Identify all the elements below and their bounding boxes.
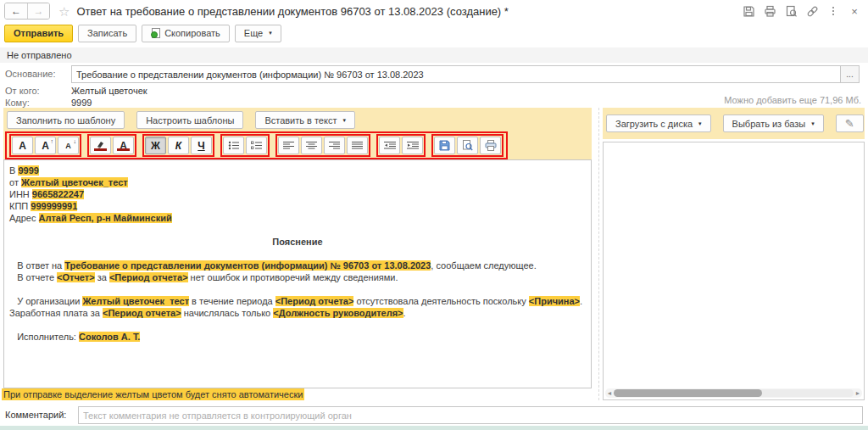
basis-label: Основание: [5,69,55,79]
highlighted-text: Желтый цветочек_тест [21,177,128,187]
copy-button[interactable]: Скопировать [142,25,230,42]
plain-text: . [403,308,406,318]
print-text-button[interactable] [480,137,501,154]
send-button[interactable]: Отправить [4,25,73,42]
more-menu-icon[interactable] [826,4,840,18]
print-icon[interactable] [763,4,776,18]
highlighted-text: 9999 [18,165,38,176]
bold-button[interactable]: Ж [145,137,166,154]
copy-icon [151,28,160,38]
align-justify-icon [352,141,363,150]
editor-line: У организации Желтый цветочек тест в теч… [9,295,586,319]
insert-into-text-label: Вставить в текст [264,115,337,126]
scroll-left-arrow[interactable]: ◄ [605,388,614,398]
save-text-button[interactable] [434,137,455,154]
comment-input[interactable] [79,407,862,423]
print-icon [485,140,497,151]
numbered-list-button[interactable] [246,137,267,154]
link-icon[interactable] [805,4,819,18]
configure-templates-button[interactable]: Настроить шаблоны [136,111,243,129]
insert-into-text-button[interactable]: Вставить в текст ▾ [255,111,355,129]
back-button[interactable]: ← [5,3,27,19]
save-icon [439,140,450,151]
highlight-color-swatch [94,148,107,151]
font-increase-button[interactable]: А↑ [35,137,56,154]
underline-button[interactable]: Ч [191,137,212,154]
plain-text: за [95,272,109,282]
editor-line: В ответ на Требование о представлении до… [9,260,586,271]
close-icon[interactable]: × [848,4,861,18]
editor-line [9,248,586,260]
bullet-list-button[interactable] [223,137,244,154]
highlighted-text: <Отчет> [57,272,95,282]
save-icon[interactable] [742,4,755,18]
attachments-panel: Загрузить с диска ▾ Выбрать из базы ▾ ✎ … [598,108,865,400]
title-bar: ← → ☆ Ответ на требование о представлени… [0,0,868,22]
app-window: ← → ☆ Ответ на требование о представлени… [0,0,868,430]
text-color-button[interactable]: А [113,137,134,154]
editor-content[interactable]: В 9999от Желтый цветочек_тестИНН 9665822… [3,159,592,388]
font-size-group: А А↑ А↓ [9,134,81,157]
more-button-top[interactable]: Еще ▾ [235,25,281,42]
favorite-star-icon[interactable]: ☆ [58,5,70,18]
copy-button-label: Скопировать [164,28,220,38]
align-left-button[interactable] [278,137,299,154]
to-value: 9999 [71,98,92,108]
page-title: Ответ на требование о представлении доку… [76,5,508,18]
highlight-color-button[interactable] [90,137,111,154]
format-toolbar: А А↑ А↓ А Ж К Ч [5,131,508,159]
highlighted-text: <Период отчета> [275,296,354,306]
forward-button[interactable]: → [27,3,49,19]
plain-text: В ответ на [9,260,64,271]
align-center-icon [306,141,317,150]
basis-choose-button[interactable]: ... [840,66,859,82]
preview-icon[interactable] [784,4,798,18]
attachments-list[interactable]: ◄ ► [603,142,865,400]
align-center-button[interactable] [301,137,322,154]
align-right-button[interactable] [324,137,345,154]
highlighted-text: Требование о представлении документов (и… [64,260,431,271]
preview-text-button[interactable] [457,137,478,154]
scrollbar-track[interactable] [614,389,854,397]
fill-by-template-button[interactable]: Заполнить по шаблону [7,111,125,129]
plain-text: Исполнитель: [9,332,79,342]
editor-panel: Заполнить по шаблону Настроить шаблоны В… [3,108,592,388]
highlighted-text: Соколов А. Т. [79,332,140,342]
edit-attachment-button[interactable]: ✎ [836,114,864,132]
plain-text: отсутствовала деятельность поскольку [353,296,528,306]
header-icon-bar: × [742,4,861,18]
editor-line: от Желтый цветочек_тест [9,176,586,188]
indent-decrease-button[interactable] [379,137,400,154]
choose-from-base-button[interactable]: Выбрать из базы ▾ [723,114,824,132]
italic-button[interactable]: К [168,137,189,154]
align-justify-button[interactable] [347,137,368,154]
plain-text: Адрес [9,213,39,223]
scrollbar-thumb[interactable] [614,389,762,397]
align-left-icon [283,141,294,150]
indent-increase-icon [407,141,419,150]
write-button[interactable]: Записать [78,25,136,42]
plain-text: , сообщаем следующее. [431,260,536,271]
chevron-down-icon: ▾ [698,120,702,127]
basis-input[interactable] [72,66,840,82]
load-from-disk-label: Загрузить с диска [615,119,693,129]
plain-text: от [9,177,21,187]
plain-text: Пояснение [272,237,322,247]
font-increase-glyph: А [42,140,49,152]
style-group: Ж К Ч [142,134,214,157]
indent-increase-button[interactable] [402,137,423,154]
indent-decrease-icon [384,141,396,150]
editor-line: ИНН 9665822247 [9,188,586,200]
chevron-down-icon: ▾ [811,120,815,127]
pencil-icon: ✎ [845,117,854,130]
choose-from-base-label: Выбрать из базы [732,119,806,129]
font-button[interactable]: А [12,137,33,154]
underline-glyph: Ч [198,140,204,152]
highlighted-text: <Период отчета> [103,308,181,318]
highlighted-text: <Должность руководителя> [273,308,403,318]
font-decrease-button[interactable]: А↓ [58,137,79,154]
italic-glyph: К [175,140,181,152]
load-from-disk-button[interactable]: Загрузить с диска ▾ [606,114,711,132]
scroll-right-arrow[interactable]: ► [854,388,862,398]
comment-label: Комментарий: [5,410,66,420]
